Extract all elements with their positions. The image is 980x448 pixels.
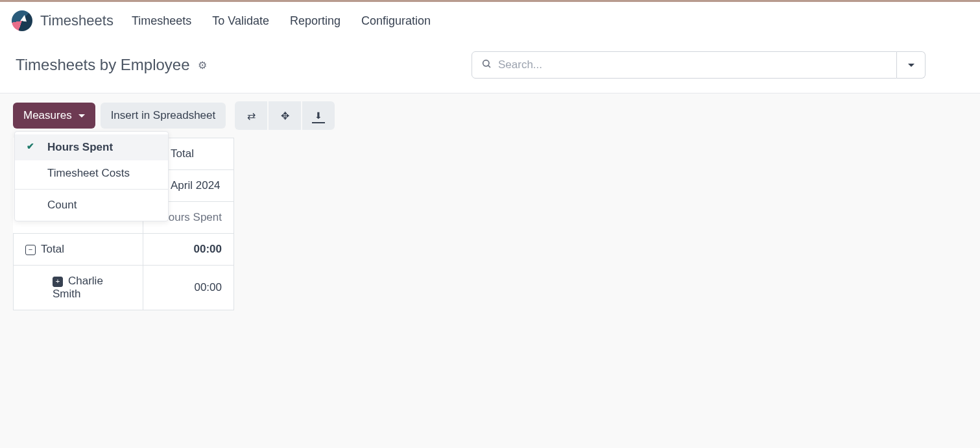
nav-link-configuration[interactable]: Configuration [361,14,431,28]
minus-icon: − [25,245,36,255]
search-area [472,51,926,79]
caret-down-icon [908,64,914,67]
insert-label: Insert in Spreadsheet [111,109,216,122]
search-input[interactable] [498,58,887,71]
svg-point-0 [483,60,489,66]
swap-icon [247,110,256,122]
pivot-icon-buttons [235,101,335,130]
gear-icon[interactable]: ⚙ [198,59,207,71]
measure-option-label: Count [47,199,77,211]
pivot-row-employee-value: 00:00 [143,266,234,310]
search-icon [481,58,492,71]
download-icon [315,110,322,121]
col-period-label: April 2024 [171,179,221,192]
nav-link-to-validate[interactable]: To Validate [212,14,269,28]
flip-axis-button[interactable] [235,101,267,130]
search-options-toggle[interactable] [897,51,926,79]
plus-icon: + [53,277,63,287]
toolbar: Measures Insert in Spreadsheet ✔ Hours S… [0,93,980,138]
page-title-wrap: Timesheets by Employee ⚙ [16,56,207,74]
nav-link-timesheets[interactable]: Timesheets [132,14,191,28]
col-total-label: Total [171,147,194,160]
measures-button[interactable]: Measures [13,103,95,129]
measure-option-count[interactable]: Count [15,192,168,218]
search-input-wrap[interactable] [472,51,897,79]
page-title: Timesheets by Employee [16,56,190,74]
measure-option-label: Timesheet Costs [47,167,130,179]
app-brand[interactable]: Timesheets [12,10,114,31]
check-icon: ✔ [27,141,34,151]
measures-dropdown: ✔ Hours Spent Timesheet Costs Count [14,131,169,221]
move-icon [281,110,289,122]
nav-links: Timesheets To Validate Reporting Configu… [132,14,431,28]
download-button[interactable] [302,101,335,130]
caret-down-icon [78,114,85,118]
nav-link-reporting[interactable]: Reporting [290,14,341,28]
pivot-row-employee-label[interactable]: +Charlie Smith [14,266,143,310]
pivot-row-total-label[interactable]: −Total [14,234,143,266]
dropdown-divider [15,189,168,190]
expand-all-button[interactable] [269,101,301,130]
page-header: Timesheets by Employee ⚙ [0,40,980,93]
pivot-row-total-value: 00:00 [143,234,234,266]
app-name: Timesheets [40,12,114,29]
row-label: Total [41,243,64,255]
pivot-row-total: −Total 00:00 [14,234,234,266]
measure-option-timesheet-costs[interactable]: Timesheet Costs [15,160,168,186]
insert-spreadsheet-button[interactable]: Insert in Spreadsheet [101,103,226,129]
svg-line-1 [488,66,490,68]
navbar: Timesheets Timesheets To Validate Report… [0,2,980,40]
app-logo-icon [12,10,32,31]
measures-label: Measures [23,109,72,122]
measure-option-label: Hours Spent [47,141,113,153]
measure-option-hours-spent[interactable]: ✔ Hours Spent [15,134,168,160]
pivot-row-employee: +Charlie Smith 00:00 [14,266,234,310]
